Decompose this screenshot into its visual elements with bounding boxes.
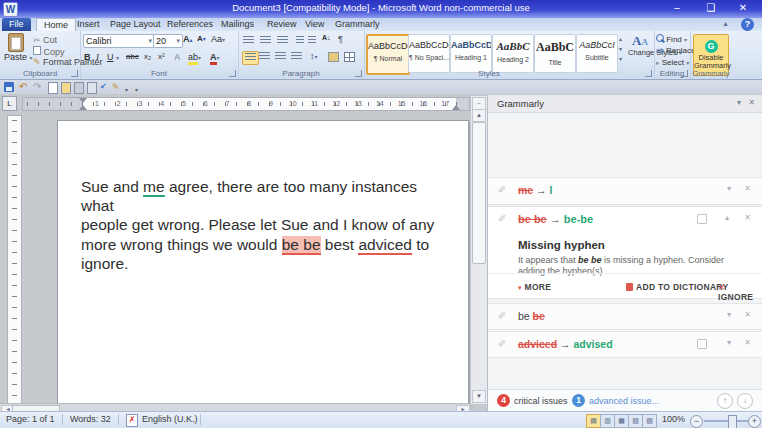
collapse-card-icon[interactable]: ▴ — [725, 213, 729, 222]
find-button[interactable]: Find ▾ — [656, 34, 687, 44]
zoom-in-button[interactable]: + — [748, 415, 761, 428]
expand-card-icon[interactable]: ▾ — [727, 184, 731, 193]
vertical-scrollbar[interactable]: − ▲ ▼ — [470, 95, 488, 405]
bold-button[interactable]: B — [84, 52, 91, 62]
tab-mailings[interactable]: Mailings — [214, 18, 261, 31]
close-button[interactable]: ✕ — [730, 1, 756, 15]
style-subtitle[interactable]: AaBbCcI Subtitle — [576, 34, 618, 73]
italic-button[interactable]: I — [96, 52, 99, 62]
borders-button[interactable] — [344, 52, 355, 64]
card-popout-icon[interactable] — [697, 339, 707, 349]
outline-view-button[interactable]: ▧ — [628, 414, 643, 428]
cut-button[interactable]: ✂ Cut — [33, 35, 57, 45]
hanging-indent-marker[interactable] — [79, 105, 87, 110]
tab-review[interactable]: Review — [260, 18, 304, 31]
grow-font-button[interactable]: A▴ — [183, 34, 193, 44]
clipboard-dialog-launcher[interactable] — [71, 70, 78, 77]
style-no-spacing[interactable]: AaBbCcDc ¶ No Spaci... — [408, 34, 450, 73]
print-button[interactable] — [74, 82, 84, 97]
maximize-button[interactable]: ❑ — [698, 1, 724, 15]
font-dialog-launcher[interactable] — [229, 70, 236, 77]
styles-gallery-more[interactable]: ▾ — [619, 55, 622, 62]
dismiss-card-icon[interactable]: ✕ — [744, 213, 751, 222]
vertical-ruler[interactable] — [7, 115, 22, 407]
add-to-dictionary-button[interactable]: ADD TO DICTIONARY — [626, 282, 728, 292]
subscript-button[interactable]: x₂ — [144, 52, 151, 61]
scroll-down-button[interactable]: ▼ — [472, 390, 486, 403]
save-button[interactable] — [4, 82, 14, 95]
superscript-button[interactable]: x² — [158, 52, 165, 61]
style-heading-1[interactable]: AaBbCcDc Heading 1 — [450, 34, 492, 73]
tab-file[interactable]: File — [2, 18, 31, 31]
qat-caret-icon[interactable]: ▾ — [125, 84, 128, 96]
tab-view[interactable]: View — [298, 18, 331, 31]
ribbon-collapse-icon[interactable]: ▴ — [719, 19, 732, 30]
text-effects-button[interactable]: A — [174, 52, 181, 62]
horizontal-ruler[interactable]: 1234567891011121314151617 — [22, 97, 470, 111]
change-case-button[interactable]: Aa▾ — [211, 34, 225, 44]
scroll-up-button[interactable]: ▲ — [472, 109, 486, 122]
panel-menu-icon[interactable]: ▾ — [737, 98, 741, 107]
font-color-button[interactable]: A▾ — [210, 52, 220, 62]
change-styles-button[interactable]: AA Change Styles ▾ — [628, 33, 652, 57]
undo-button[interactable]: ↶ — [19, 81, 27, 93]
suggestion-card-be-be-expanded[interactable]: ✐ be be → be-be ▴ ✕ Missing hyphen It ap… — [488, 206, 762, 299]
tab-stop-selector[interactable]: L — [2, 96, 17, 111]
print-preview-button[interactable] — [87, 82, 97, 97]
paragraph-dialog-launcher[interactable] — [355, 70, 362, 77]
next-issue-button[interactable]: ↓ — [737, 393, 753, 409]
zoom-slider-thumb[interactable] — [728, 415, 737, 428]
language-status[interactable]: English (U.K.) — [142, 414, 198, 424]
strikethrough-button[interactable]: abc — [126, 52, 139, 61]
full-screen-reading-view-button[interactable]: ▥ — [600, 414, 615, 428]
scrollbar-thumb[interactable] — [472, 122, 486, 264]
decrease-indent-button[interactable] — [296, 36, 304, 46]
print-layout-view-button[interactable]: ▤ — [586, 414, 601, 428]
panel-close-icon[interactable]: ✕ — [748, 98, 755, 107]
align-center-button[interactable] — [259, 52, 270, 62]
align-right-button[interactable] — [275, 52, 286, 62]
card-popout-icon[interactable] — [697, 214, 707, 224]
ignore-button[interactable]: ✕ IGNORE — [718, 282, 762, 302]
document-page[interactable]: Sue and me agree, there are too many ins… — [57, 120, 469, 405]
advanced-issues-link[interactable]: advanced issue... — [589, 396, 659, 406]
zoom-level[interactable]: 100% — [662, 414, 685, 424]
increase-indent-button[interactable] — [308, 36, 316, 46]
show-marks-button[interactable]: ¶ — [338, 34, 343, 44]
font-family-select[interactable]: Calibri ▾ — [83, 34, 155, 48]
justify-button[interactable] — [291, 52, 302, 62]
suggestion-card-adviced[interactable]: ✐ adviced → advised ▾ ✕ — [488, 331, 762, 358]
document-text[interactable]: Sue and me agree, there are too many ins… — [81, 177, 441, 273]
draft-view-button[interactable]: ▨ — [642, 414, 657, 428]
style-heading-2[interactable]: AaBbC Heading 2 — [492, 34, 534, 73]
first-line-indent-marker[interactable] — [79, 98, 87, 103]
tab-grammarly[interactable]: Grammarly — [328, 18, 387, 31]
align-left-button[interactable] — [242, 51, 259, 65]
minimize-button[interactable]: – — [664, 1, 690, 15]
grammar-issue-adviced[interactable]: adviced — [358, 236, 411, 255]
editing-dialog-launcher[interactable] — [681, 70, 688, 77]
styles-scroll-down[interactable]: ▾ — [619, 45, 622, 52]
help-icon[interactable]: ? — [741, 18, 754, 31]
tab-references[interactable]: References — [160, 18, 220, 31]
expand-card-icon[interactable]: ▾ — [727, 338, 731, 347]
style-title[interactable]: AaBbC Title — [534, 34, 576, 73]
line-spacing-button[interactable]: ↕▾ — [310, 51, 318, 61]
zoom-out-button[interactable]: − — [690, 415, 703, 428]
underline-button[interactable]: U — [107, 52, 114, 62]
open-button[interactable] — [61, 82, 71, 97]
styles-dialog-launcher[interactable] — [645, 70, 652, 77]
select-button[interactable]: ▸ Select ▾ — [656, 58, 689, 67]
tab-insert[interactable]: Insert — [70, 18, 107, 31]
shrink-font-button[interactable]: A▾ — [197, 34, 206, 43]
suggestion-card-me[interactable]: ✐ me → I ▾ ✕ — [488, 177, 762, 205]
grammar-issue-me[interactable]: me — [143, 178, 165, 197]
paste-button[interactable]: Paste ▾ — [4, 33, 28, 62]
previous-issue-button[interactable]: ↑ — [717, 393, 733, 409]
web-layout-view-button[interactable]: ▦ — [614, 414, 629, 428]
styles-scroll-up[interactable]: ▴ — [619, 35, 622, 42]
highlight-color-button[interactable]: ab▾ — [188, 52, 201, 62]
expand-card-icon[interactable]: ▾ — [727, 310, 731, 319]
numbering-button[interactable] — [260, 36, 271, 46]
dismiss-card-icon[interactable]: ✕ — [744, 338, 751, 347]
